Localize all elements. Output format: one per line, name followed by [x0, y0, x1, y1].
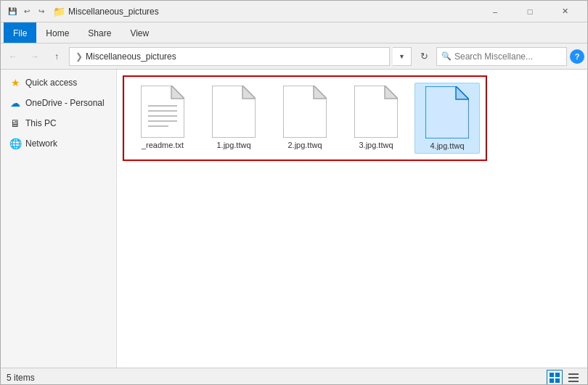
sidebar-item-quick-access[interactable]: ★ Quick access [1, 73, 116, 93]
status-bar-right [547, 370, 581, 386]
svg-rect-20 [568, 377, 579, 378]
help-button[interactable]: ? [570, 49, 584, 64]
this-pc-icon: 🖥 [9, 117, 21, 129]
tab-share[interactable]: Share [78, 22, 121, 43]
sidebar-item-onedrive[interactable]: ☁ OneDrive - Personal [1, 93, 116, 113]
file-item-4[interactable]: 4.jpg.ttwq [415, 83, 480, 154]
title-bar-icons: 💾 ↩ ↪ [7, 6, 47, 17]
files-container: _readme.txt 1.jpg.ttwq [123, 75, 487, 161]
sidebar-label-network: Network [25, 138, 57, 149]
file-name-3: 3.jpg.ttwq [359, 141, 393, 149]
sidebar-label-onedrive: OneDrive - Personal [25, 98, 105, 108]
svg-rect-19 [568, 373, 579, 375]
folder-icon: 📁 [53, 6, 65, 17]
search-icon: 🔍 [441, 51, 452, 61]
list-view-button[interactable] [565, 370, 581, 386]
tab-view[interactable]: View [121, 22, 158, 43]
item-count: 5 items [7, 373, 35, 383]
file-icon-2 [283, 86, 327, 138]
tab-file[interactable]: File [4, 22, 36, 43]
up-button[interactable]: ↑ [47, 47, 66, 66]
sidebar-label-this-pc: This PC [25, 118, 57, 128]
file-name-4: 4.jpg.ttwq [430, 141, 464, 150]
status-bar: 5 items [1, 368, 587, 385]
address-chevron[interactable]: ▼ [393, 47, 412, 66]
sidebar-item-this-pc[interactable]: 🖥 This PC [1, 113, 116, 133]
svg-marker-8 [242, 86, 256, 99]
file-icon-readme [141, 86, 184, 138]
network-icon: 🌐 [9, 138, 21, 149]
path-text: Miscellaneous_pictures [86, 51, 176, 62]
file-icon-1 [212, 86, 256, 138]
grid-view-button[interactable] [547, 370, 563, 386]
undo-icon: ↩ [21, 6, 33, 17]
title-bar: 💾 ↩ ↪ 📁 Miscellaneous_pictures – □ ✕ [1, 1, 587, 22]
file-icon-3 [354, 86, 398, 138]
quick-access-icon: ★ [9, 77, 21, 88]
svg-marker-10 [314, 86, 327, 99]
refresh-button[interactable]: ↻ [415, 47, 433, 66]
tab-home[interactable]: Home [36, 22, 78, 43]
file-name-1: 1.jpg.ttwq [216, 141, 250, 149]
svg-rect-15 [550, 373, 554, 377]
search-box: 🔍 [436, 47, 567, 66]
svg-marker-12 [385, 86, 398, 99]
content-area: _readme.txt 1.jpg.ttwq [117, 70, 587, 368]
close-button[interactable]: ✕ [548, 1, 581, 22]
window-title: Miscellaneous_pictures [68, 7, 478, 17]
file-item-readme[interactable]: _readme.txt [130, 83, 195, 154]
svg-rect-17 [550, 378, 554, 383]
window-controls: – □ ✕ [478, 1, 581, 22]
svg-rect-16 [555, 373, 560, 377]
svg-marker-1 [171, 86, 184, 99]
onedrive-icon: ☁ [9, 97, 21, 109]
ribbon-tabs: File Home Share View [1, 22, 587, 43]
file-item-3[interactable]: 3.jpg.ttwq [343, 83, 409, 154]
ribbon: File Home Share View [1, 22, 587, 44]
back-button[interactable]: ← [4, 47, 23, 66]
maximize-button[interactable]: □ [513, 1, 547, 22]
file-name-2: 2.jpg.ttwq [287, 141, 322, 149]
minimize-button[interactable]: – [478, 1, 512, 22]
sidebar-item-network[interactable]: 🌐 Network [1, 133, 116, 154]
redo-icon: ↪ [36, 6, 47, 17]
search-input[interactable] [454, 51, 563, 62]
forward-button[interactable]: → [25, 47, 44, 66]
sidebar: ★ Quick access ☁ OneDrive - Personal 🖥 T… [1, 70, 117, 368]
sidebar-label-quick-access: Quick access [25, 78, 77, 88]
main-layout: ★ Quick access ☁ OneDrive - Personal 🖥 T… [1, 70, 587, 368]
path-separator: ❯ [75, 51, 83, 62]
file-name-readme: _readme.txt [142, 141, 184, 149]
file-item-2[interactable]: 2.jpg.ttwq [272, 83, 338, 154]
svg-rect-21 [568, 381, 579, 382]
save-icon: 💾 [7, 6, 18, 17]
file-item-1[interactable]: 1.jpg.ttwq [201, 83, 266, 154]
address-path[interactable]: ❯ Miscellaneous_pictures [69, 47, 390, 66]
svg-marker-14 [456, 86, 469, 99]
svg-rect-18 [555, 378, 560, 383]
address-bar: ← → ↑ ❯ Miscellaneous_pictures ▼ ↻ 🔍 ? [1, 44, 587, 70]
file-icon-4 [425, 86, 469, 138]
